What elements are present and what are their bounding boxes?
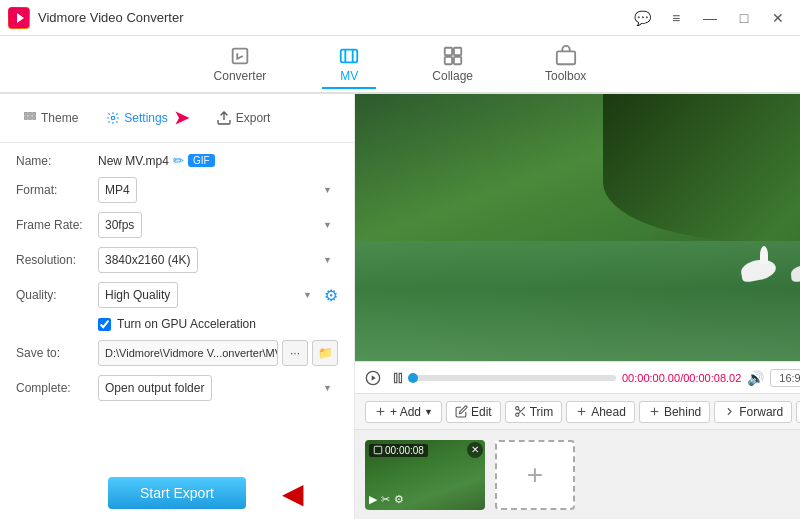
quality-select[interactable]: High Quality (98, 282, 178, 308)
folder-button[interactable]: 📁 (312, 340, 338, 366)
tab-settings[interactable]: Settings ➤ (95, 102, 199, 134)
main-content: Theme Settings ➤ Export Name: New MV.mp4… (0, 94, 800, 519)
svg-marker-18 (372, 375, 376, 380)
top-navigation: Converter MV Collage Toolbox (0, 36, 800, 94)
format-select[interactable]: MP4 (98, 177, 137, 203)
svg-rect-19 (395, 373, 397, 382)
edit-button[interactable]: Edit (446, 401, 501, 423)
svg-rect-9 (25, 113, 27, 115)
stop-button[interactable] (389, 369, 407, 387)
svg-rect-14 (33, 117, 35, 119)
tab-settings-label: Settings (124, 111, 167, 125)
name-label: Name: (16, 154, 98, 168)
framerate-select[interactable]: 30fps (98, 212, 142, 238)
saveto-buttons: ··· 📁 (282, 340, 338, 366)
resolution-select-wrapper: 3840x2160 (4K) (98, 247, 338, 273)
framerate-select-wrapper: 30fps (98, 212, 338, 238)
timeline-action-icons: ▶ ✂ ⚙ (369, 493, 404, 506)
minimize-button[interactable]: — (696, 7, 724, 29)
ahead-button[interactable]: Ahead (566, 401, 635, 423)
title-bar-controls: 💬 ≡ — □ ✕ (628, 7, 792, 29)
behind-button[interactable]: Behind (639, 401, 710, 423)
svg-rect-2 (233, 49, 248, 64)
volume-icon[interactable]: 🔊 (747, 370, 764, 386)
timeline-clip[interactable]: 00:00:08 ✕ ▶ ✂ ⚙ (365, 440, 485, 510)
nav-converter-label: Converter (214, 69, 267, 83)
resolution-select[interactable]: 3840x2160 (4K) (98, 247, 198, 273)
nav-mv-label: MV (340, 69, 358, 83)
cut-mini-icon: ✂ (381, 493, 390, 506)
progress-thumb (408, 373, 418, 383)
video-controls: 00:00:00.00/00:00:08.02 🔊 16:9 1/2 Start… (355, 361, 800, 393)
quality-label: Quality: (16, 288, 98, 302)
svg-rect-7 (454, 57, 461, 64)
tab-export-label: Export (236, 111, 271, 125)
play-button[interactable] (363, 368, 383, 388)
title-bar: Vidmore Video Converter 💬 ≡ — □ ✕ (0, 0, 800, 36)
complete-label: Complete: (16, 381, 98, 395)
nav-toolbox[interactable]: Toolbox (529, 41, 602, 87)
framerate-row: Frame Rate: 30fps (16, 212, 338, 238)
resolution-label: Resolution: (16, 253, 98, 267)
start-export-button-left[interactable]: Start Export (108, 477, 246, 509)
nav-converter[interactable]: Converter (198, 41, 283, 87)
gpu-checkbox[interactable] (98, 318, 111, 331)
arrow-icon: ➤ (174, 107, 189, 129)
add-dropdown-icon: ▼ (424, 407, 433, 417)
svg-point-23 (515, 407, 518, 410)
time-display: 00:00:00.00/00:00:08.02 (622, 372, 741, 384)
name-row: Name: New MV.mp4 ✏ GIF (16, 153, 338, 168)
saveto-label: Save to: (16, 346, 98, 360)
gpu-row: Turn on GPU Acceleration (16, 317, 338, 331)
name-text: New MV.mp4 (98, 154, 169, 168)
ahead-label: Ahead (591, 405, 626, 419)
forward-button[interactable]: Forward (714, 401, 792, 423)
nav-collage[interactable]: Collage (416, 41, 489, 87)
quality-row: Quality: High Quality ⚙ (16, 282, 338, 308)
settings-form: Name: New MV.mp4 ✏ GIF Format: MP4 Frame… (0, 143, 354, 467)
complete-row: Complete: Open output folder (16, 375, 338, 401)
time-total: 00:00:08.02 (683, 372, 741, 384)
add-clip-button[interactable]: + (495, 440, 575, 510)
svg-point-24 (515, 413, 518, 416)
start-export-area: Start Export ◀ (0, 467, 354, 519)
tab-theme[interactable]: Theme (12, 106, 89, 130)
quality-gear-icon[interactable]: ⚙ (324, 286, 338, 305)
message-button[interactable]: 💬 (628, 7, 656, 29)
progress-bar[interactable] (413, 375, 616, 381)
add-button[interactable]: + Add ▼ (365, 401, 442, 423)
edit-icon[interactable]: ✏ (173, 153, 184, 168)
app-logo (8, 7, 30, 29)
svg-rect-4 (444, 48, 451, 55)
sub-tabs: Theme Settings ➤ Export (0, 94, 354, 143)
tab-theme-label: Theme (41, 111, 78, 125)
svg-line-26 (521, 413, 524, 416)
behind-icon (648, 405, 661, 418)
timeline-close-button[interactable]: ✕ (467, 442, 483, 458)
browse-dots-button[interactable]: ··· (282, 340, 308, 366)
play-mini-icon: ▶ (369, 493, 377, 506)
close-button[interactable]: ✕ (764, 7, 792, 29)
name-value: New MV.mp4 ✏ GIF (98, 153, 338, 168)
red-arrow-icon: ◀ (282, 477, 304, 510)
ratio-select[interactable]: 16:9 (770, 369, 800, 387)
maximize-button[interactable]: □ (730, 7, 758, 29)
svg-rect-3 (341, 50, 358, 63)
svg-rect-11 (33, 113, 35, 115)
svg-rect-6 (444, 57, 451, 64)
svg-line-27 (518, 409, 520, 411)
complete-select[interactable]: Open output folder (98, 375, 212, 401)
format-row: Format: MP4 (16, 177, 338, 203)
nav-toolbox-label: Toolbox (545, 69, 586, 83)
nav-collage-label: Collage (432, 69, 473, 83)
backward-button[interactable]: Backward (796, 401, 800, 423)
gpu-label[interactable]: Turn on GPU Acceleration (117, 317, 256, 331)
export-icon (216, 110, 232, 126)
trim-icon (514, 405, 527, 418)
title-bar-left: Vidmore Video Converter (8, 7, 184, 29)
nav-mv[interactable]: MV (322, 41, 376, 89)
trim-button[interactable]: Trim (505, 401, 563, 423)
menu-button[interactable]: ≡ (662, 7, 690, 29)
tab-export[interactable]: Export (206, 106, 281, 130)
svg-rect-32 (374, 446, 382, 454)
